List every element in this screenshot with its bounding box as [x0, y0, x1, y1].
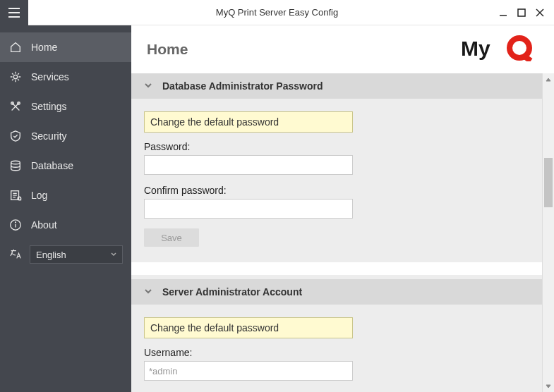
sidebar-item-about[interactable]: About [0, 210, 131, 240]
language-row: English [0, 240, 131, 269]
sidebar-item-database[interactable]: Database [0, 151, 131, 180]
confirm-password-label: Confirm password: [144, 185, 529, 196]
sidebar: Home Services Settings Security Database… [0, 25, 131, 392]
panel-header-server[interactable]: Server Administrator Account [131, 279, 542, 305]
svg-rect-4 [518, 9, 525, 16]
myq-logo: My [461, 35, 538, 64]
maximize-icon [517, 8, 526, 18]
panel-title: Server Administrator Account [162, 286, 302, 298]
svg-point-15 [18, 197, 21, 200]
sidebar-item-label: Database [31, 160, 73, 171]
panel-body-db: Change the default password Password: Co… [131, 99, 542, 262]
scroll-thumb[interactable] [544, 158, 553, 207]
minimize-icon [498, 8, 508, 18]
close-button[interactable] [531, 4, 548, 21]
database-icon [8, 159, 23, 173]
main-area: Home My Database Administrator Password … [131, 25, 554, 392]
svg-line-16 [20, 200, 21, 200]
panel-header-db[interactable]: Database Administrator Password [131, 73, 542, 99]
language-value: English [36, 250, 66, 260]
server-username-input[interactable]: *admin [144, 361, 353, 381]
language-icon [8, 247, 23, 262]
close-icon [535, 8, 545, 18]
sidebar-item-log[interactable]: Log [0, 180, 131, 210]
info-icon [8, 218, 23, 232]
save-button[interactable]: Save [144, 228, 199, 247]
panel-body-server: Change the default password Username: *a… [131, 305, 542, 392]
gear-icon [8, 70, 23, 84]
password-label: Password: [144, 141, 529, 152]
chevron-down-icon [111, 252, 116, 257]
chevron-down-icon [144, 286, 152, 298]
log-icon [8, 188, 23, 202]
svg-text:My: My [461, 37, 490, 60]
sidebar-item-label: About [31, 219, 57, 231]
window-title: MyQ Print Server Easy Config [216, 7, 338, 18]
minimize-button[interactable] [495, 4, 512, 21]
sidebar-item-security[interactable]: Security [0, 121, 131, 151]
language-select[interactable]: English [30, 245, 123, 264]
titlebar: MyQ Print Server Easy Config [0, 0, 554, 25]
username-label: Username: [144, 347, 529, 358]
tools-icon [8, 99, 23, 114]
sidebar-item-home[interactable]: Home [0, 32, 131, 62]
chevron-down-icon [144, 80, 152, 92]
sidebar-item-settings[interactable]: Settings [0, 92, 131, 121]
sidebar-item-label: Security [31, 130, 67, 142]
shield-icon [8, 129, 23, 143]
home-icon [8, 40, 23, 54]
svg-point-10 [11, 161, 20, 164]
sidebar-item-label: Settings [31, 101, 67, 112]
menu-toggle-button[interactable] [0, 0, 28, 25]
svg-point-19 [16, 222, 16, 223]
sidebar-item-services[interactable]: Services [0, 62, 131, 92]
svg-point-7 [13, 75, 17, 78]
sidebar-item-label: Log [31, 190, 47, 201]
main-header: Home My [131, 25, 554, 73]
sidebar-item-label: Services [31, 71, 69, 82]
scroll-down-button[interactable] [543, 380, 554, 392]
scroll-up-button[interactable] [543, 73, 554, 85]
db-confirm-password-input[interactable] [144, 199, 353, 219]
maximize-button[interactable] [513, 4, 530, 21]
window-controls [495, 4, 554, 21]
scrollbar[interactable] [542, 73, 554, 392]
db-password-input[interactable] [144, 155, 353, 175]
hint-box: Change the default password [144, 317, 353, 338]
panel-title: Database Administrator Password [162, 80, 323, 92]
hamburger-icon [8, 8, 20, 18]
sidebar-item-label: Home [31, 42, 57, 53]
hint-box: Change the default password [144, 111, 353, 133]
page-title: Home [147, 41, 188, 58]
content-scroll: Database Administrator Password Change t… [131, 73, 554, 392]
